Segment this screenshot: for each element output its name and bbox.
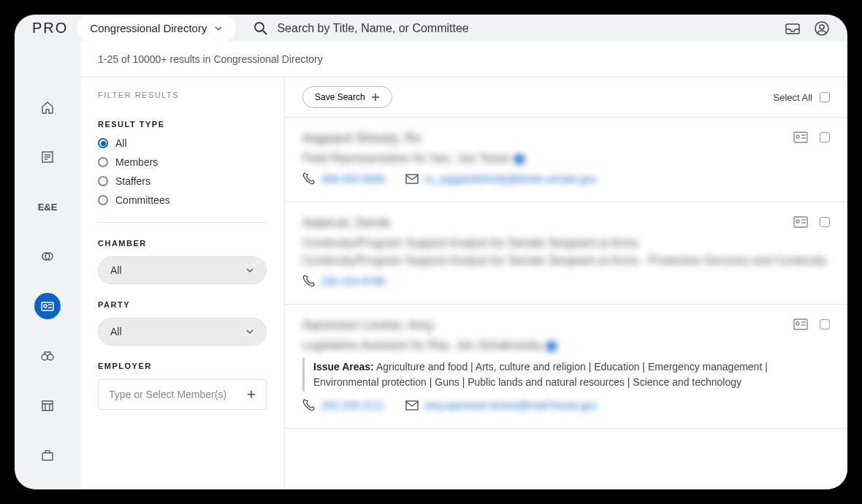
search-input[interactable]	[277, 22, 776, 35]
result-type-radios: All Members Staffers Committees	[98, 137, 267, 223]
nav-calendar[interactable]	[34, 392, 61, 419]
nav-ee[interactable]: E&E	[34, 194, 61, 220]
radio-staffers[interactable]: Staffers	[98, 175, 267, 187]
result-email[interactable]: ro_aagaardshively@tester.senate.gov	[424, 173, 596, 185]
topbar: PRO Congressional Directory	[15, 15, 847, 42]
nav-overlap[interactable]	[34, 243, 61, 270]
svg-point-4	[820, 25, 824, 29]
search-icon	[253, 21, 268, 36]
radio-all[interactable]: All	[98, 137, 267, 149]
svg-point-0	[255, 23, 264, 31]
result-card: Aalerud, Derek Continuity/Program Suppor…	[285, 202, 847, 305]
result-phone[interactable]: 406-452-9585	[321, 173, 385, 185]
svg-rect-17	[42, 401, 53, 411]
nav-binoculars[interactable]	[34, 343, 61, 369]
logo: PRO	[32, 20, 68, 37]
venn-icon	[40, 249, 55, 264]
result-phone[interactable]: 202-224-9788	[321, 275, 385, 287]
svg-line-1	[263, 31, 267, 34]
directory-dropdown[interactable]: Congressional Directory	[77, 15, 236, 42]
filter-chamber-title: CHAMBER	[98, 239, 267, 248]
calendar-icon	[40, 398, 55, 413]
chevron-down-icon	[214, 24, 223, 33]
phone-icon	[302, 172, 316, 186]
account-button[interactable]	[814, 20, 830, 37]
inbox-button[interactable]	[785, 20, 801, 37]
issue-areas: Issue Areas: Agriculture and food | Arts…	[302, 358, 830, 392]
svg-rect-21	[42, 453, 53, 460]
chevron-down-icon	[245, 327, 254, 336]
svg-point-16	[47, 354, 53, 360]
result-name[interactable]: Aalerud, Derek	[302, 215, 830, 231]
result-role: Field Representative for Sen. Joe Tester	[302, 152, 830, 165]
email-icon	[405, 174, 419, 184]
radio-members[interactable]: Members	[98, 156, 267, 168]
result-card: Aagaard Shively, Ro Field Representative…	[285, 118, 847, 202]
result-name[interactable]: Aaronson Levine, Amy	[302, 318, 830, 333]
filter-employer-title: EMPLOYER	[98, 362, 267, 370]
chamber-select[interactable]: All	[98, 256, 267, 284]
result-role-secondary: Continuity/Program Support Analyst for S…	[302, 254, 830, 267]
nav-home[interactable]	[34, 94, 61, 121]
email-icon	[405, 400, 419, 411]
radio-icon	[98, 157, 108, 167]
dropdown-label: Congressional Directory	[90, 22, 207, 34]
party-dot-icon	[546, 341, 557, 351]
svg-point-12	[44, 305, 47, 308]
checkbox-icon	[820, 92, 830, 102]
employer-input[interactable]: Type or Select Member(s)	[98, 379, 267, 410]
result-phone[interactable]: 202-225-2111	[321, 400, 385, 411]
user-circle-icon	[814, 20, 830, 37]
home-icon	[40, 100, 55, 115]
party-dot-icon	[514, 154, 525, 164]
save-search-button[interactable]: Save Search	[302, 86, 392, 108]
results-pane: Save Search Select All	[285, 77, 847, 489]
radio-icon	[98, 138, 108, 148]
party-select[interactable]: All	[98, 318, 267, 345]
result-role: Legislative Assistant for Rep. Jan Schak…	[302, 339, 830, 352]
radio-committees[interactable]: Committees	[98, 194, 267, 206]
id-card-icon	[40, 299, 55, 313]
result-card: Aaronson Levine, Amy Legislative Assista…	[285, 305, 847, 429]
svg-rect-33	[406, 175, 418, 183]
filter-result-type-title: RESULT TYPE	[98, 120, 267, 129]
nav-news[interactable]	[34, 144, 61, 170]
left-nav: E&E	[15, 42, 80, 489]
phone-icon	[302, 399, 316, 412]
chevron-down-icon	[245, 266, 254, 275]
radio-icon	[98, 195, 108, 205]
select-all[interactable]: Select All	[774, 92, 830, 103]
result-name[interactable]: Aagaard Shively, Ro	[302, 131, 830, 146]
results-summary: 1-25 of 10000+ results in Congressional …	[80, 42, 847, 77]
news-icon	[40, 150, 55, 164]
briefcase-icon	[40, 448, 55, 462]
result-role: Continuity/Program Support Analyst for S…	[302, 237, 830, 250]
plus-icon	[371, 93, 380, 102]
radio-icon	[98, 176, 108, 186]
filters-title: FILTER RESULTS	[98, 91, 267, 99]
svg-point-15	[42, 354, 47, 360]
phone-icon	[302, 275, 316, 288]
result-email[interactable]: amy.aaronson.levine@mail.house.gov	[424, 400, 598, 411]
plus-icon	[247, 390, 256, 399]
filters-panel: FILTER RESULTS RESULT TYPE All Members	[80, 77, 285, 489]
filter-party-title: PARTY	[98, 300, 267, 309]
nav-directory[interactable]	[34, 293, 61, 319]
nav-briefcase[interactable]	[34, 442, 61, 468]
binoculars-icon	[40, 348, 55, 363]
inbox-icon	[785, 20, 801, 37]
svg-rect-42	[406, 401, 418, 410]
